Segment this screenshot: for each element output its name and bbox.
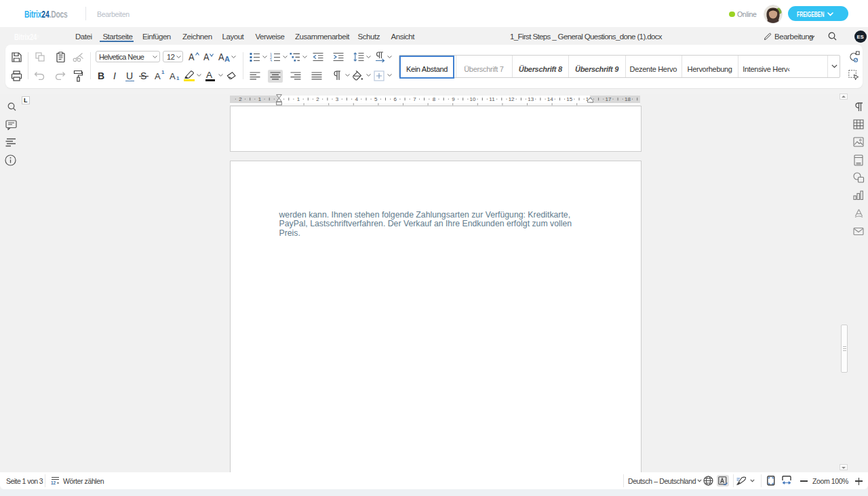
svg-text:3: 3	[270, 59, 272, 62]
svg-text:12: 12	[51, 480, 56, 485]
